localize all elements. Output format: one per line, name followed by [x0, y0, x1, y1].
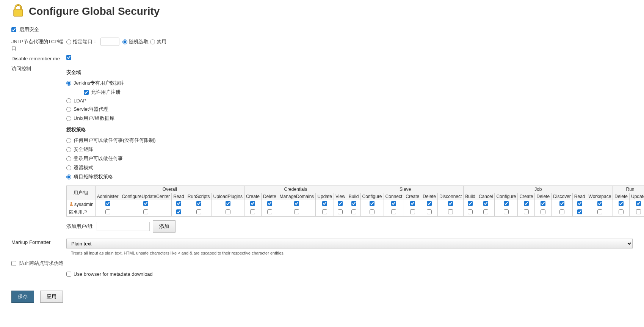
realm-jenkins-label: Jenkins专有用户数据库	[74, 80, 125, 86]
matrix-permission-checkbox[interactable]	[143, 201, 148, 206]
matrix-permission-checkbox[interactable]	[504, 209, 509, 214]
authorization-heading: 授权策略	[66, 126, 644, 133]
browser-metadata-checkbox[interactable]	[66, 272, 71, 277]
matrix-permission-checkbox[interactable]	[267, 201, 272, 206]
matrix-col-header: Update	[316, 193, 334, 200]
matrix-permission-checkbox[interactable]	[338, 209, 343, 214]
access-control-label: 访问控制	[11, 64, 66, 72]
matrix-permission-checkbox[interactable]	[391, 209, 396, 214]
realm-servlet-radio[interactable]	[66, 107, 71, 112]
matrix-permission-checkbox[interactable]	[524, 201, 529, 206]
allow-signup-checkbox[interactable]	[84, 90, 89, 95]
matrix-permission-checkbox[interactable]	[619, 209, 624, 214]
disable-remember-label: Disable remember me	[11, 55, 66, 61]
matrix-permission-checkbox[interactable]	[541, 201, 545, 206]
markup-formatter-select[interactable]: Plain text	[66, 239, 633, 248]
matrix-permission-checkbox[interactable]	[294, 209, 299, 214]
realm-unix-radio[interactable]	[66, 116, 71, 121]
user-icon	[69, 201, 74, 206]
matrix-permission-checkbox[interactable]	[577, 201, 582, 206]
matrix-permission-checkbox[interactable]	[448, 209, 453, 214]
browser-metadata-label: Use browser for metadata download	[74, 271, 153, 277]
matrix-permission-checkbox[interactable]	[250, 209, 255, 214]
matrix-col-header: Cancel	[477, 193, 495, 200]
apply-button[interactable]: 应用	[40, 291, 63, 303]
matrix-permission-checkbox[interactable]	[410, 201, 415, 206]
matrix-permission-checkbox[interactable]	[105, 209, 110, 214]
matrix-permission-checkbox[interactable]	[427, 201, 432, 206]
csrf-checkbox[interactable]	[11, 261, 16, 266]
matrix-permission-checkbox[interactable]	[176, 209, 181, 214]
table-row: 匿名用户	[67, 208, 644, 217]
matrix-permission-checkbox[interactable]	[619, 201, 624, 206]
table-row: sysadmin	[67, 200, 644, 208]
jnlp-fixed-radio[interactable]	[66, 39, 71, 44]
add-user-button[interactable]: 添加	[153, 220, 175, 233]
matrix-group-header: Overall	[95, 186, 244, 193]
enable-security-checkbox[interactable]	[11, 27, 16, 32]
matrix-permission-checkbox[interactable]	[322, 209, 327, 214]
authz-logged-radio[interactable]	[66, 156, 71, 161]
authz-anyone-radio[interactable]	[66, 138, 71, 143]
matrix-permission-checkbox[interactable]	[105, 201, 110, 206]
matrix-permission-checkbox[interactable]	[338, 201, 343, 206]
matrix-permission-checkbox[interactable]	[597, 201, 602, 206]
page-title: Configure Global Security	[29, 5, 160, 17]
matrix-permission-checkbox[interactable]	[504, 201, 509, 206]
authz-legacy-radio[interactable]	[66, 165, 71, 170]
matrix-permission-checkbox[interactable]	[559, 209, 564, 214]
authz-matrix-radio[interactable]	[66, 147, 71, 152]
matrix-row-label: 匿名用户	[67, 208, 96, 217]
matrix-col-header: Configure	[495, 193, 518, 200]
jnlp-disable-radio[interactable]	[150, 39, 155, 44]
matrix-permission-checkbox[interactable]	[524, 209, 529, 214]
matrix-permission-checkbox[interactable]	[226, 201, 230, 206]
matrix-permission-checkbox[interactable]	[559, 201, 564, 206]
matrix-permission-checkbox[interactable]	[322, 201, 327, 206]
disable-remember-checkbox[interactable]	[66, 55, 71, 60]
matrix-permission-checkbox[interactable]	[410, 209, 415, 214]
matrix-permission-checkbox[interactable]	[370, 209, 374, 214]
matrix-col-header: Delete	[421, 193, 438, 200]
jnlp-fixed-label: 指定端口：	[73, 38, 97, 45]
matrix-permission-checkbox[interactable]	[196, 209, 201, 214]
matrix-col-header: Create	[244, 193, 261, 200]
matrix-permission-checkbox[interactable]	[294, 201, 299, 206]
jnlp-random-radio[interactable]	[122, 39, 127, 44]
matrix-header-usergroup: 用户/组	[67, 186, 96, 200]
matrix-col-header: Connect	[384, 193, 404, 200]
matrix-permission-checkbox[interactable]	[391, 201, 396, 206]
matrix-permission-checkbox[interactable]	[176, 201, 181, 206]
matrix-permission-checkbox[interactable]	[468, 209, 473, 214]
authz-project-matrix-radio[interactable]	[66, 175, 71, 179]
matrix-group-header: Run	[613, 186, 644, 193]
realm-ldap-radio[interactable]	[66, 98, 71, 103]
matrix-permission-checkbox[interactable]	[143, 209, 148, 214]
matrix-row-label: sysadmin	[67, 200, 96, 208]
matrix-permission-checkbox[interactable]	[483, 209, 488, 214]
page-header: Configure Global Security	[11, 4, 633, 19]
lock-icon	[11, 4, 25, 19]
realm-jenkins-radio[interactable]	[66, 81, 71, 86]
jnlp-port-input[interactable]	[100, 38, 119, 46]
matrix-permission-checkbox[interactable]	[468, 201, 473, 206]
matrix-permission-checkbox[interactable]	[577, 209, 582, 214]
save-button[interactable]: 保存	[11, 291, 34, 303]
markup-formatter-help: Treats all input as plain text. HTML uns…	[71, 251, 633, 255]
authz-logged-label: 登录用户可以做任何事	[74, 155, 123, 162]
matrix-permission-checkbox[interactable]	[250, 201, 255, 206]
matrix-permission-checkbox[interactable]	[636, 201, 641, 206]
matrix-permission-checkbox[interactable]	[448, 201, 453, 206]
add-user-input[interactable]	[97, 222, 150, 231]
matrix-permission-checkbox[interactable]	[370, 201, 374, 206]
matrix-permission-checkbox[interactable]	[226, 209, 230, 214]
matrix-permission-checkbox[interactable]	[196, 201, 201, 206]
matrix-permission-checkbox[interactable]	[636, 209, 641, 214]
matrix-permission-checkbox[interactable]	[351, 201, 356, 206]
matrix-permission-checkbox[interactable]	[427, 209, 432, 214]
matrix-permission-checkbox[interactable]	[597, 209, 602, 214]
matrix-permission-checkbox[interactable]	[483, 201, 488, 206]
matrix-permission-checkbox[interactable]	[351, 209, 356, 214]
matrix-permission-checkbox[interactable]	[541, 209, 545, 214]
matrix-permission-checkbox[interactable]	[267, 209, 272, 214]
